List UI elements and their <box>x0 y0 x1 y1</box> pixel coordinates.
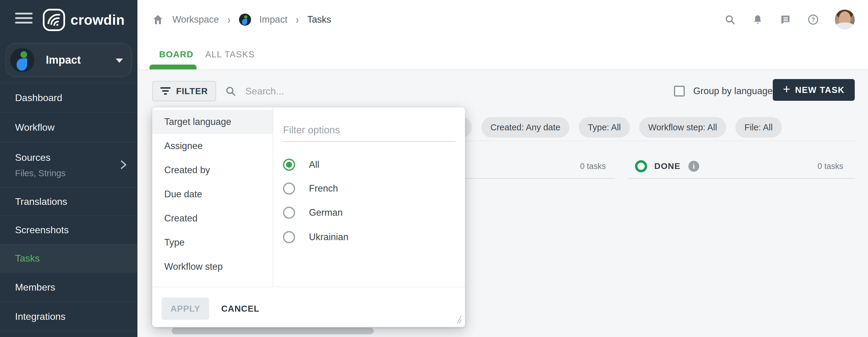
filter-category-target-language[interactable]: Target language <box>152 110 273 134</box>
breadcrumb-project-avatar <box>239 13 251 26</box>
filter-category-assignee[interactable]: Assignee <box>152 134 273 158</box>
sidebar-item-label: Screenshots <box>15 224 69 235</box>
sidebar-item-sublabel: Files, Strings <box>15 168 66 178</box>
filter-options-search-input[interactable] <box>282 122 456 142</box>
new-task-label: NEW TASK <box>795 85 845 95</box>
group-by-language-toggle[interactable]: Group by language <box>674 81 773 102</box>
board-column-done: DONE i 0 tasks <box>628 153 855 189</box>
cancel-button[interactable]: CANCEL <box>221 298 259 320</box>
group-by-language-checkbox[interactable] <box>674 86 685 96</box>
sidebar-item-label: Integrations <box>15 311 65 322</box>
sidebar-item-workflow[interactable]: Workflow <box>0 112 137 142</box>
project-name: Impact <box>46 44 81 77</box>
filter-button[interactable]: FILTER <box>152 81 216 102</box>
radio-option-french[interactable]: French <box>283 182 338 195</box>
resize-handle[interactable] <box>451 313 462 324</box>
hamburger-menu-icon[interactable] <box>15 13 33 25</box>
chevron-down-icon <box>116 59 123 63</box>
info-icon[interactable]: i <box>688 161 699 172</box>
sidebar: crowdin Impact Dashboard Workflow Source… <box>0 0 137 337</box>
sidebar-item-label: Translations <box>15 196 67 207</box>
sidebar-item-integrations[interactable]: Integrations <box>0 302 137 331</box>
radio-icon[interactable] <box>283 231 295 243</box>
dropdown-footer: APPLY CANCEL <box>152 287 465 327</box>
notifications-bell-icon[interactable] <box>752 13 764 26</box>
search-input[interactable] <box>245 86 390 97</box>
new-task-button[interactable]: + NEW TASK <box>773 79 855 101</box>
header-actions: ? <box>724 0 855 39</box>
apply-button[interactable]: APPLY <box>161 298 209 320</box>
filter-button-label: FILTER <box>176 86 208 96</box>
filter-chip-file[interactable]: File: All <box>735 117 781 138</box>
crowdin-logo[interactable]: crowdin <box>42 7 125 33</box>
column-title: DONE <box>654 161 681 171</box>
radio-option-ukrainian[interactable]: Ukrainian <box>283 230 348 244</box>
filter-category-type[interactable]: Type <box>152 230 273 255</box>
column-underline <box>628 178 855 179</box>
sidebar-item-label: Dashboard <box>15 92 62 104</box>
search-icon[interactable] <box>724 13 736 26</box>
sidebar-item-label: Workflow <box>15 122 55 133</box>
filter-chip-created[interactable]: Created: Any date <box>481 117 569 138</box>
radio-label: Ukrainian <box>309 232 348 243</box>
active-tab-indicator <box>150 64 196 69</box>
filter-category-workflow-step[interactable]: Workflow step <box>152 255 273 279</box>
radio-option-all[interactable]: All <box>283 158 319 171</box>
sidebar-item-dashboard[interactable]: Dashboard <box>0 83 137 112</box>
project-avatar <box>10 48 34 72</box>
chevron-separator-icon: › <box>296 13 299 27</box>
breadcrumb-project[interactable]: Impact <box>259 14 287 25</box>
done-status-icon <box>635 160 647 172</box>
column-task-count: 0 tasks <box>580 162 606 171</box>
filter-chip-workflow-step[interactable]: Workflow step: All <box>639 117 726 138</box>
task-search <box>225 81 412 102</box>
sidebar-item-translations[interactable]: Translations <box>0 187 137 216</box>
breadcrumb: Workspace › Impact › Tasks <box>152 0 331 39</box>
sidebar-item-label: Sources <box>15 152 50 163</box>
tab-bar: BOARD ALL TASKS <box>137 39 868 70</box>
user-avatar[interactable] <box>835 10 855 30</box>
brand-name: crowdin <box>70 12 125 28</box>
radio-icon[interactable] <box>283 182 295 195</box>
search-icon <box>225 85 236 97</box>
crowdin-logo-icon <box>42 8 66 32</box>
header: Workspace › Impact › Tasks ? <box>137 0 868 70</box>
radio-selected-icon[interactable] <box>283 159 295 171</box>
sidebar-item-members[interactable]: Members <box>0 272 137 302</box>
column-task-count: 0 tasks <box>817 162 843 171</box>
messages-icon[interactable] <box>779 13 792 26</box>
sidebar-item-tasks[interactable]: Tasks <box>0 244 137 272</box>
filter-options-panel: All French German Ukrainian <box>273 107 465 287</box>
sidebar-item-label: Tasks <box>15 253 40 264</box>
group-by-language-label: Group by language <box>693 86 773 96</box>
filter-funnel-icon <box>160 87 170 95</box>
chevron-right-icon <box>120 160 127 170</box>
radio-label: German <box>309 207 343 218</box>
sidebar-item-screenshots[interactable]: Screenshots <box>0 216 137 244</box>
project-selector[interactable]: Impact <box>5 43 132 77</box>
filter-dropdown: Target language Assignee Created by Due … <box>152 107 465 327</box>
radio-label: French <box>309 183 338 194</box>
breadcrumb-workspace[interactable]: Workspace <box>173 14 219 25</box>
filter-category-due-date[interactable]: Due date <box>152 182 273 206</box>
sidebar-item-sources[interactable]: Sources Files, Strings <box>0 142 137 187</box>
home-icon[interactable] <box>152 13 164 26</box>
filter-category-created-by[interactable]: Created by <box>152 158 273 182</box>
sidebar-item-label: Members <box>15 282 55 293</box>
breadcrumb-current: Tasks <box>307 14 331 25</box>
tab-all-tasks[interactable]: ALL TASKS <box>205 39 255 69</box>
radio-option-german[interactable]: German <box>283 206 343 219</box>
app-root: crowdin Impact Dashboard Workflow Source… <box>0 0 868 337</box>
sidebar-divider <box>0 331 137 331</box>
radio-label: All <box>309 159 319 170</box>
horizontal-scrollbar-thumb[interactable] <box>172 328 374 334</box>
filter-chip-type[interactable]: Type: All <box>579 117 630 138</box>
plus-icon: + <box>783 83 790 96</box>
radio-icon[interactable] <box>283 207 295 219</box>
filter-category-list: Target language Assignee Created by Due … <box>152 110 273 279</box>
svg-text:?: ? <box>811 16 815 23</box>
filter-category-created[interactable]: Created <box>152 206 273 230</box>
chevron-separator-icon: › <box>227 13 230 27</box>
help-icon[interactable]: ? <box>807 13 819 26</box>
